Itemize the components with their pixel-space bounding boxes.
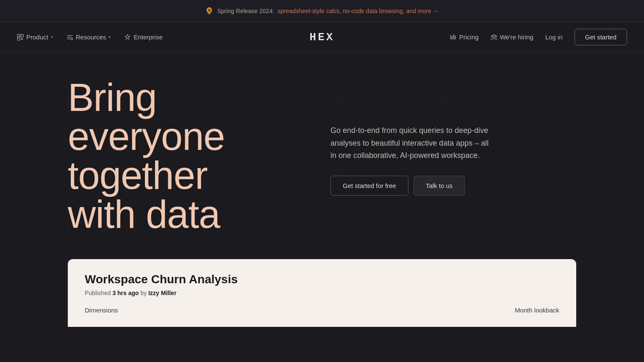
get-started-button[interactable]: Get started (575, 29, 627, 45)
svg-point-7 (493, 35, 495, 37)
svg-rect-2 (17, 38, 20, 40)
published-label: Published (85, 290, 112, 296)
announcement-bar: 🌻 Spring Release 2024: spreadsheet-style… (0, 0, 644, 22)
time-ago: 3 hrs ago (112, 290, 139, 296)
headline-line2: everyone (68, 115, 225, 158)
headline-line4: with data (68, 193, 220, 236)
nav-product[interactable]: Product ▾ (17, 33, 53, 41)
bottom-card-row: Dimensions Month lookback (85, 296, 559, 314)
nav-enterprise[interactable]: Enterprise (124, 33, 162, 41)
svg-rect-1 (21, 34, 23, 37)
svg-rect-6 (455, 36, 455, 39)
login-link[interactable]: Log in (545, 33, 563, 41)
headline-line3: together (68, 154, 208, 197)
svg-rect-0 (17, 34, 20, 37)
hero-headline: Bring everyone together with data (68, 78, 314, 234)
pricing-icon (450, 34, 457, 41)
announcement-link[interactable]: spreadsheet-style calcs, no-code data br… (278, 8, 439, 14)
nav-left: Product ▾ Resources ▾ Enterprise (17, 33, 163, 41)
dimensions-label: Dimensions (85, 307, 118, 314)
hiring-icon (491, 34, 497, 41)
product-chevron: ▾ (51, 35, 53, 39)
announcement-prefix: Spring Release 2024: (217, 8, 274, 14)
nav-right: Pricing We're hiring Log in Get started (450, 29, 627, 45)
talk-to-us-button[interactable]: Talk to us (414, 176, 465, 196)
bottom-card-title: Workspace Churn Analysis (85, 273, 559, 286)
hero-cta: Get started for free Talk to us (330, 176, 576, 196)
product-icon (17, 34, 24, 41)
svg-rect-5 (453, 34, 454, 39)
svg-rect-4 (452, 36, 452, 39)
hero-headline-block: Bring everyone together with data (68, 78, 314, 234)
svg-point-8 (491, 36, 492, 37)
resources-icon (67, 34, 73, 41)
hero-right: Go end-to-end from quick queries to deep… (330, 116, 576, 196)
by-label: by (141, 290, 147, 296)
svg-rect-3 (450, 35, 451, 39)
svg-point-9 (495, 36, 497, 37)
nav-pricing[interactable]: Pricing (450, 33, 479, 41)
hex-logo[interactable]: HEX (310, 31, 335, 44)
resources-chevron: ▾ (108, 35, 111, 39)
get-started-free-button[interactable]: Get started for free (330, 176, 408, 196)
enterprise-icon (124, 34, 131, 41)
month-lookback-label: Month lookback (515, 307, 559, 314)
bottom-card: Workspace Churn Analysis Published 3 hrs… (68, 259, 576, 327)
sunflower-icon: 🌻 (205, 7, 214, 15)
nav-resources[interactable]: Resources ▾ (67, 33, 111, 41)
nav-hiring[interactable]: We're hiring (491, 33, 533, 41)
author-name: Izzy Miller (148, 290, 176, 296)
hero-section: Bring everyone together with data Go end… (68, 53, 576, 251)
hero-description: Go end-to-end from quick queries to deep… (330, 124, 491, 162)
navbar: Product ▾ Resources ▾ Enterprise HEX (0, 22, 644, 53)
headline-line1: Bring (68, 76, 157, 119)
bottom-card-meta: Published 3 hrs ago by Izzy Miller (85, 290, 559, 296)
